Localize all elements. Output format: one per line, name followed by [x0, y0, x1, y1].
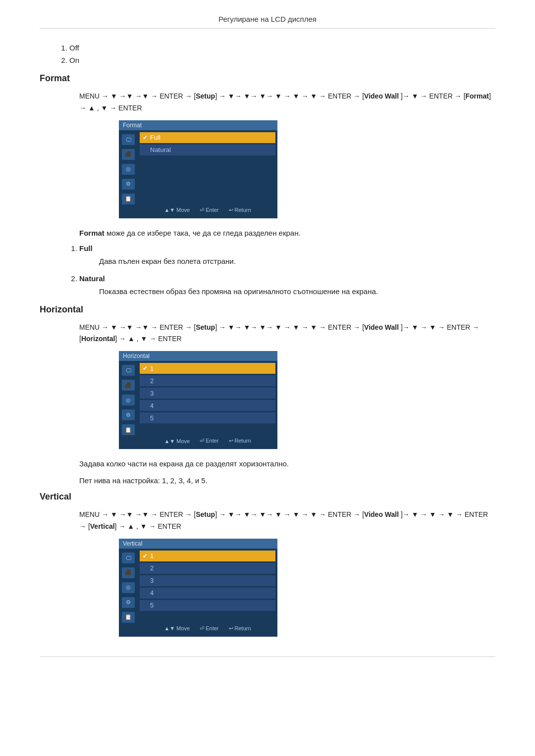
vertical-menu-screenshot: Vertical 🖵 ⬛ ◎ ⚙ 📋 ✔ 1 ✔ 2 [119, 539, 277, 637]
vertical-item-3: ✔ 3 [140, 575, 275, 586]
vertical-item-4: ✔ 4 [140, 588, 275, 599]
format-menu-title: Format [119, 120, 277, 130]
footer-move: ▲▼ Move [164, 207, 190, 213]
footer-enter-v: ⏎ Enter [200, 625, 218, 632]
format-sub-item-full: Full [79, 244, 495, 252]
icon-1: 🖵 [122, 134, 135, 145]
icon-v2: ⬛ [122, 567, 135, 578]
footer-return: ↩ Return [229, 207, 251, 213]
icon-3: ◎ [122, 164, 135, 175]
format-item-full: ✔ Full [140, 132, 275, 143]
horizontal-menu-screenshot: Horizontal 🖵 ⬛ ◎ ⚙ 📋 ✔ 1 ✔ 2 [119, 351, 277, 449]
icon-h3: ◎ [122, 395, 135, 405]
footer-enter-h: ⏎ Enter [200, 438, 218, 444]
icon-h2: ⬛ [122, 380, 135, 391]
horizontal-menu-icons: 🖵 ⬛ ◎ ⚙ 📋 [119, 363, 138, 435]
format-heading: Format [40, 73, 495, 84]
format-menu-screenshot: Format 🖵 ⬛ ◎ ⚙ 📋 ✔ Full ✔ Natural [119, 120, 277, 218]
horizontal-menu-footer: ▲▼ Move ⏎ Enter ↩ Return [119, 435, 277, 445]
vertical-item-2: ✔ 2 [140, 563, 275, 574]
format-menu-path: MENU → ▼ →▼ →▼ → ENTER → [Setup] → ▼→ ▼→… [79, 91, 495, 114]
format-menu-items: ✔ Full ✔ Natural [138, 132, 277, 204]
footer-enter: ⏎ Enter [200, 207, 218, 213]
vertical-item-5: ✔ 5 [140, 600, 275, 611]
format-full-desc: Дава пълен екран без полета отстрани. [99, 255, 495, 267]
format-menu-footer: ▲▼ Move ⏎ Enter ↩ Return [119, 204, 277, 214]
horizontal-menu-items: ✔ 1 ✔ 2 ✔ 3 ✔ 4 ✔ 5 [138, 363, 277, 435]
format-sub-list: Full [79, 244, 495, 252]
vertical-menu-items: ✔ 1 ✔ 2 ✔ 3 ✔ 4 ✔ 5 [138, 551, 277, 623]
horizontal-desc2: Пет нива на настройка: 1, 2, 3, 4, и 5. [79, 475, 495, 487]
vertical-menu-icons: 🖵 ⬛ ◎ ⚙ 📋 [119, 551, 138, 623]
vertical-item-1: ✔ 1 [140, 551, 275, 561]
horizontal-menu-title: Horizontal [119, 351, 277, 361]
horizontal-item-2: ✔ 2 [140, 375, 275, 386]
horizontal-item-4: ✔ 4 [140, 400, 275, 411]
footer-return-v: ↩ Return [229, 625, 251, 632]
icon-v5: 📋 [122, 612, 135, 623]
format-natural-desc: Показва естествен образ без промяна на о… [99, 286, 495, 298]
footer-move-h: ▲▼ Move [164, 438, 190, 444]
icon-v3: ◎ [122, 582, 135, 593]
vertical-menu-title: Vertical [119, 539, 277, 549]
horizontal-item-5: ✔ 5 [140, 412, 275, 423]
horizontal-desc1: Задава колко части на екрана да се разде… [79, 458, 495, 470]
horizontal-heading: Horizontal [40, 304, 495, 315]
icon-h1: 🖵 [122, 365, 135, 376]
icon-5: 📋 [122, 194, 135, 204]
icon-v1: 🖵 [122, 553, 135, 563]
horizontal-item-1: ✔ 1 [140, 363, 275, 374]
horizontal-menu-path: MENU → ▼ →▼ →▼ → ENTER → [Setup] → ▼→ ▼→… [79, 322, 495, 346]
list-item-off: Off [69, 44, 495, 52]
list-item-on: On [69, 56, 495, 64]
vertical-menu-footer: ▲▼ Move ⏎ Enter ↩ Return [119, 623, 277, 633]
icon-v4: ⚙ [122, 597, 135, 608]
icon-h4: ⚙ [122, 409, 135, 420]
vertical-menu-path: MENU → ▼ →▼ →▼ → ENTER → [Setup] → ▼→ ▼→… [79, 509, 495, 533]
page-title: Регулиране на LCD дисплея [40, 15, 495, 29]
format-sub-item-natural: Natural [79, 274, 495, 283]
footer-return-h: ↩ Return [229, 438, 251, 444]
format-menu-icons: 🖵 ⬛ ◎ ⚙ 📋 [119, 132, 138, 204]
icon-4: ⚙ [122, 179, 135, 190]
off-on-list: Off On [69, 44, 495, 64]
format-item-natural: ✔ Natural [140, 145, 275, 155]
icon-h5: 📋 [122, 424, 135, 435]
format-sub-list-2: Natural [79, 274, 495, 283]
format-desc: Format може да се избере така, че да се … [79, 227, 495, 239]
vertical-heading: Vertical [40, 492, 495, 502]
icon-2: ⬛ [122, 149, 135, 160]
page-container: Регулиране на LCD дисплея Off On Format … [0, 0, 535, 687]
bottom-divider [40, 656, 495, 657]
footer-move-v: ▲▼ Move [164, 625, 190, 632]
horizontal-item-3: ✔ 3 [140, 388, 275, 399]
